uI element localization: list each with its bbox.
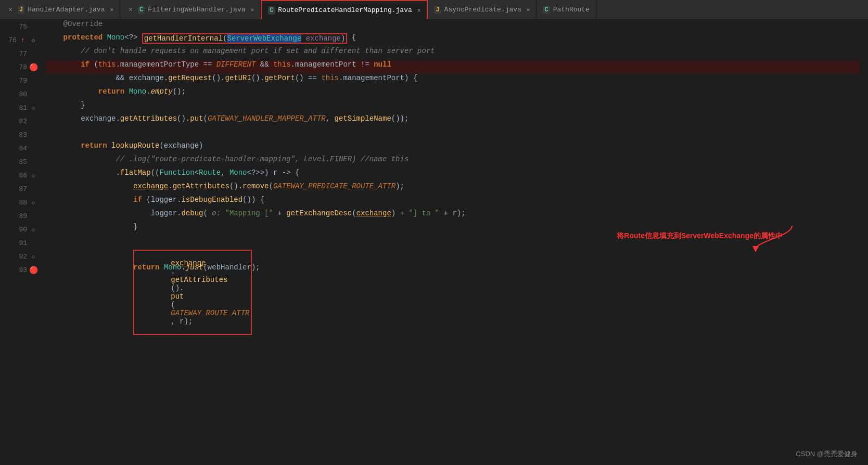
call: (). bbox=[171, 284, 184, 292]
paren: ( bbox=[203, 209, 212, 217]
and-op: && bbox=[260, 60, 273, 69]
gutter-row-83: 83 bbox=[0, 128, 42, 141]
tab-close-icon[interactable]: ✕ bbox=[527, 6, 530, 13]
paren: ( bbox=[269, 182, 273, 190]
tab-pathroute[interactable]: C PathRoute bbox=[537, 0, 596, 19]
indent bbox=[46, 196, 133, 204]
indent bbox=[46, 60, 81, 69]
paren: (logger. bbox=[146, 196, 181, 204]
tab-handleradapter[interactable]: ✕ J HandlerAdapter.java ✕ bbox=[0, 0, 120, 19]
indent bbox=[46, 87, 98, 96]
chinese-annotation: 将Route信息填充到ServerWebExchange的属性中 bbox=[617, 231, 783, 241]
dot: . bbox=[164, 74, 168, 82]
watermark: CSDN @禿禿爱健身 bbox=[796, 449, 858, 459]
line-number: 92 bbox=[15, 253, 27, 261]
code-indent bbox=[46, 33, 63, 42]
line-number: 85 bbox=[15, 158, 27, 166]
line-number: 81 bbox=[15, 104, 27, 112]
gutter-row-90: 90 ◇ bbox=[0, 223, 42, 236]
method-put2: put bbox=[171, 292, 184, 301]
line-number: 83 bbox=[15, 131, 27, 139]
annotation-arrow bbox=[787, 221, 828, 252]
line-number: 79 bbox=[15, 77, 27, 85]
code-line-79: && exchange . getRequest (). getURI (). … bbox=[46, 74, 860, 87]
gutter-fold-icon[interactable]: ◇ bbox=[29, 225, 37, 234]
method-lookupRoute: lookupRoute bbox=[111, 141, 159, 150]
call: (exchange) bbox=[159, 141, 203, 150]
call-exchange: ( bbox=[352, 209, 356, 217]
gutter-icon-75 bbox=[29, 22, 37, 31]
gutter-icon-83 bbox=[29, 131, 37, 139]
keyword-return: return bbox=[98, 87, 129, 96]
generic: <?> bbox=[124, 33, 142, 42]
comment-85: // .log("route-predicate-handler-mapping… bbox=[46, 155, 409, 163]
gutter-icon-85 bbox=[29, 158, 37, 166]
gutter-breakpoint-icon[interactable]: 🔴 bbox=[29, 266, 37, 274]
gutter-fold-icon[interactable]: ◇ bbox=[29, 36, 37, 44]
call: (). bbox=[229, 182, 242, 190]
method-getSimpleName: getSimpleName bbox=[335, 114, 391, 123]
java-icon: J bbox=[18, 6, 24, 14]
tab-filteringwebhandler[interactable]: ✕ C FilteringWebHandler.java ✕ bbox=[120, 0, 261, 19]
gutter-icon-80 bbox=[29, 90, 37, 98]
method-getAttrs3: getAttributes bbox=[171, 276, 227, 284]
close-icon[interactable]: ✕ bbox=[126, 6, 135, 14]
gutter-row-92: 92 ◇ bbox=[0, 250, 42, 263]
indent bbox=[46, 169, 116, 177]
line-number: 80 bbox=[15, 91, 27, 98]
gutter-fold-icon[interactable]: ◇ bbox=[29, 104, 37, 112]
java-icon: C bbox=[268, 6, 275, 15]
method-getAttrs2: getAttributes bbox=[173, 182, 229, 190]
code-content: @Override protected Mono <?> getHandlerI… bbox=[42, 20, 868, 465]
dot: . bbox=[116, 114, 120, 123]
method-getURI: getURI bbox=[225, 74, 251, 82]
code-line-83 bbox=[46, 128, 860, 141]
paren: ( bbox=[94, 60, 98, 69]
close-icon[interactable]: ✕ bbox=[6, 6, 15, 14]
dot: . bbox=[116, 169, 120, 177]
indent bbox=[46, 74, 116, 82]
gutter-fold-icon[interactable]: ◇ bbox=[29, 252, 37, 261]
call: ()) { bbox=[242, 196, 264, 204]
java-icon: J bbox=[434, 6, 441, 14]
const-DIFFERENT: DIFFERENT bbox=[216, 60, 260, 69]
dot3: . bbox=[339, 74, 343, 82]
gutter-fold-icon[interactable]: ◇ bbox=[29, 171, 37, 179]
call2: (). bbox=[251, 74, 264, 82]
field-mgmt: managementPortType bbox=[120, 60, 203, 69]
tab-label: RoutePredicateHandlerMapping.java bbox=[278, 6, 412, 14]
tab-close-icon[interactable]: ✕ bbox=[251, 6, 254, 13]
call: (webHandler); bbox=[203, 263, 260, 272]
dot: . bbox=[146, 87, 150, 96]
indent bbox=[46, 101, 81, 109]
empty-line bbox=[46, 236, 50, 244]
gutter: 75 76 ↑ ◇ 77 78 🔴 79 80 81 bbox=[0, 20, 42, 465]
tab-label: AsyncPredicate.java bbox=[444, 6, 521, 14]
tab-close-icon[interactable]: ✕ bbox=[110, 6, 113, 13]
gutter-row-87: 87 bbox=[0, 182, 42, 196]
gutter-row-75: 75 bbox=[0, 20, 42, 33]
brace-close: } bbox=[133, 223, 137, 231]
gutter-breakpoint-icon[interactable]: 🔴 bbox=[29, 63, 37, 71]
java-icon: C bbox=[543, 6, 550, 14]
code-line-77: // don't handle requests on management p… bbox=[46, 47, 860, 60]
gutter-row-89: 89 bbox=[0, 209, 42, 223]
exchange-link-89[interactable]: exchange bbox=[356, 209, 391, 217]
tab-routepredicatehandlermapping[interactable]: C RoutePredicateHandlerMapping.java ✕ bbox=[261, 0, 428, 19]
const-GATEWAY: GATEWAY_HANDLER_MAPPER_ATTR bbox=[208, 114, 326, 123]
gutter-arrow-up-icon: ↑ bbox=[19, 36, 27, 44]
tab-asyncpredicate[interactable]: J AsyncPredicate.java ✕ bbox=[428, 0, 537, 19]
method-debug: debug bbox=[181, 209, 203, 217]
red-box-76: getHandlerInternal(ServerWebExchange exc… bbox=[142, 33, 348, 44]
keyword-if: if bbox=[81, 60, 94, 69]
gutter-fold-icon[interactable]: ◇ bbox=[29, 198, 37, 206]
exchange-link-87[interactable]: exchange bbox=[133, 182, 168, 190]
keyword-if2: if bbox=[133, 196, 146, 204]
code-line-88: if (logger. isDebugEnabled ()) { bbox=[46, 196, 860, 209]
dot: . bbox=[116, 60, 120, 69]
gutter-icon-82 bbox=[29, 117, 37, 125]
method-put: put bbox=[190, 114, 203, 123]
tab-close-icon[interactable]: ✕ bbox=[417, 7, 421, 14]
call3: () == bbox=[295, 74, 321, 82]
selected-ServerWebExchange: ServerWebExchange bbox=[227, 34, 301, 43]
